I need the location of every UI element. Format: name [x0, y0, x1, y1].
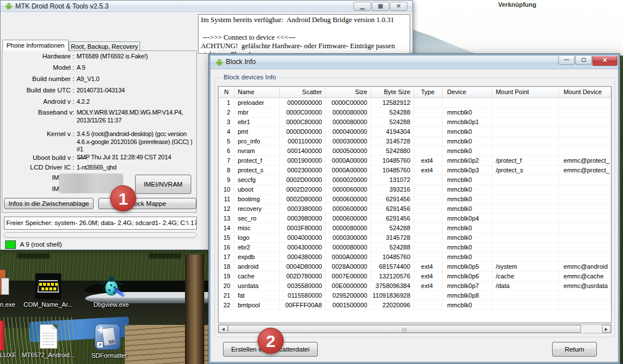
- column-header[interactable]: Byte Size: [371, 87, 414, 98]
- table-cell: 6291456: [371, 214, 414, 223]
- com-port-icon[interactable]: [35, 273, 61, 299]
- table-row[interactable]: 6nvram000140000000005000005242880mmcblk0: [218, 146, 611, 156]
- dbgview-label[interactable]: Dbgview.exe: [85, 301, 137, 308]
- table-row[interactable]: 21fat0115580000029520000011091836928mmcb…: [218, 291, 611, 300]
- mtk-title-bar[interactable]: MTK Droid Root & Tools v2.5.3 ▁ ▣ ✕: [1, 1, 412, 12]
- table-cell: [414, 214, 443, 223]
- field-value: A9_V1.0: [77, 75, 197, 83]
- table-cell: pro_info: [234, 137, 280, 146]
- column-header[interactable]: Type: [414, 87, 443, 98]
- table-cell: 0001900000: [280, 156, 326, 165]
- table-row[interactable]: 22bmtpool00FFFF00A8000150000022020096mmc…: [218, 300, 611, 310]
- block-info-title-bar[interactable]: Block Info — ▢ ✕: [211, 56, 618, 69]
- table-row[interactable]: 17expdb00043800000000A0000010485760mmcbl…: [218, 252, 611, 262]
- table-row[interactable]: 20usrdata003558000000E00000003758096384e…: [218, 281, 611, 291]
- column-header[interactable]: Mount Device: [559, 87, 611, 98]
- partial-exe-icon-doc[interactable]: [1, 278, 9, 295]
- table-cell: mmcblk0p3: [443, 166, 492, 175]
- column-header[interactable]: Scatter: [280, 87, 326, 98]
- table-cell: nvram: [234, 146, 280, 155]
- table-row[interactable]: 7protect_f00019000000000A0000010485760ex…: [218, 156, 611, 166]
- table-cell: 22: [218, 300, 234, 310]
- table-cell: 00FFFF00A8: [280, 300, 326, 310]
- block-devices-table[interactable]: NNameScatterSizeByte SizeTypeDeviceMount…: [218, 86, 612, 323]
- maximize-button[interactable]: ▣: [372, 2, 389, 11]
- table-cell: [559, 127, 611, 136]
- table-cell: 0002D20000: [280, 185, 326, 194]
- table-cell: 0000300000: [326, 233, 371, 242]
- free-space-status-box[interactable]: Freier Speicher: system- 26.0M; data- 2.…: [4, 217, 197, 230]
- table-row[interactable]: 14misc0003F800000000080000524288mmcblk0: [218, 223, 611, 233]
- table-cell: 524288: [371, 108, 414, 117]
- table-cell: misc: [234, 223, 280, 232]
- partial-luxe-icon[interactable]: [0, 321, 5, 350]
- column-header[interactable]: N: [218, 87, 234, 98]
- table-row[interactable]: 2mbr0000C000000000080000524288mmcblk0: [218, 108, 611, 117]
- table-cell: 0000080000: [326, 243, 371, 252]
- table-cell: 0004000000: [280, 233, 326, 242]
- table-cell: 3: [218, 117, 234, 126]
- cutoff-icon-label: [17, 253, 50, 259]
- table-cell: mmcblk0p2: [443, 156, 492, 165]
- table-cell: android: [234, 262, 280, 271]
- scroll-right-arrow[interactable]: [602, 325, 611, 333]
- dbgview-bug-icon[interactable]: [99, 276, 124, 300]
- table-row[interactable]: 12recovery000338000000006000006291456mmc…: [218, 204, 611, 214]
- table-cell: [414, 117, 443, 126]
- table-cell: 14: [218, 223, 234, 232]
- tab-root-backup-recovery[interactable]: Root, Backup, Recovery: [69, 41, 140, 51]
- table-cell: [492, 117, 559, 126]
- table-row[interactable]: 3ebr10000C800000000080000524288mmcblk0p1: [218, 117, 611, 127]
- imei-nvram-button[interactable]: IMEI/NVRAM: [135, 175, 191, 194]
- table-row[interactable]: 13sec_ro000398000000006000006291456mmcbl…: [218, 214, 611, 223]
- scrollbar-thumb[interactable]: |||: [228, 325, 581, 333]
- table-cell: [492, 233, 559, 242]
- text-document-icon[interactable]: [40, 324, 57, 349]
- wallpaper-wood-post: [185, 255, 204, 364]
- field-label: Baseband v:: [1, 109, 74, 116]
- android-app-icon: [5, 2, 13, 10]
- table-cell: /protect_s: [492, 166, 559, 175]
- table-cell: mmcblk0p6: [443, 272, 492, 281]
- table-row[interactable]: 15logo000400000000003000003145728mmcblk0: [218, 233, 611, 243]
- column-header[interactable]: Mount Point: [492, 87, 559, 98]
- table-row[interactable]: 8protect_s00023000000000A0000010485760ex…: [218, 166, 611, 175]
- table-cell: 18: [218, 262, 234, 271]
- sdformatter-icon[interactable]: ➚: [95, 324, 120, 350]
- table-row[interactable]: 16ebr200043000000000080000524288mmcblk0: [218, 243, 611, 252]
- table-row[interactable]: 5pro_info000110000000003000003145728mmcb…: [218, 137, 611, 146]
- com-name-label[interactable]: COM_Name_Ar...: [16, 301, 81, 308]
- table-cell: mmcblk0: [443, 127, 492, 136]
- maximize-button[interactable]: ▢: [575, 56, 592, 65]
- table-cell: mmcblk0: [443, 175, 492, 184]
- table-row[interactable]: 10uboot0002D200000000060000393216mmcblk0: [218, 185, 611, 194]
- table-cell: 15: [218, 233, 234, 242]
- minimize-button[interactable]: ▁: [353, 2, 371, 11]
- table-row[interactable]: 18android0004D800000028A00000681574400ex…: [218, 262, 611, 272]
- sdformatter-label[interactable]: SDFormatter: [85, 352, 133, 359]
- table-row[interactable]: 11bootimg0002D8000000006000006291456mmcb…: [218, 194, 611, 204]
- table-row[interactable]: 9seccfg0002D000000000020000131072mmcblk0: [218, 175, 611, 185]
- minimize-button[interactable]: —: [558, 56, 575, 65]
- mt6572-label[interactable]: MT6572_Android...: [16, 352, 81, 358]
- close-button[interactable]: ✕: [390, 2, 407, 11]
- adb-log-textbox[interactable]: Im System bereits verfügbar: Android Deb…: [198, 14, 410, 54]
- table-cell: 10485760: [371, 252, 414, 261]
- close-button[interactable]: ✕: [592, 56, 617, 66]
- table-row[interactable]: 4pmt0000D0000000004000004194304mmcblk0: [218, 127, 611, 137]
- column-header[interactable]: Size: [326, 87, 371, 98]
- desktop-shortcut-label[interactable]: Verknüpfung: [498, 1, 566, 8]
- table-cell: [492, 127, 559, 136]
- table-cell: 681574400: [371, 262, 414, 271]
- table-row[interactable]: 1preloader00000000000000C0000012582912: [218, 98, 611, 108]
- scroll-left-arrow[interactable]: [218, 325, 228, 333]
- field-value: 20140731-043134: [77, 87, 197, 95]
- table-row[interactable]: 19cache002D7800000007E00000132120576ext4…: [218, 272, 611, 281]
- copy-info-to-clipboard-button[interactable]: Infos in die Zwischenablage: [4, 198, 94, 209]
- connection-status-led: [5, 240, 16, 249]
- return-button[interactable]: Return: [552, 342, 597, 357]
- column-header[interactable]: Device: [443, 87, 492, 98]
- table-cell: seccfg: [234, 175, 280, 184]
- column-header[interactable]: Name: [234, 87, 280, 98]
- tab-phone-informationen[interactable]: Phone Informationen: [2, 40, 69, 51]
